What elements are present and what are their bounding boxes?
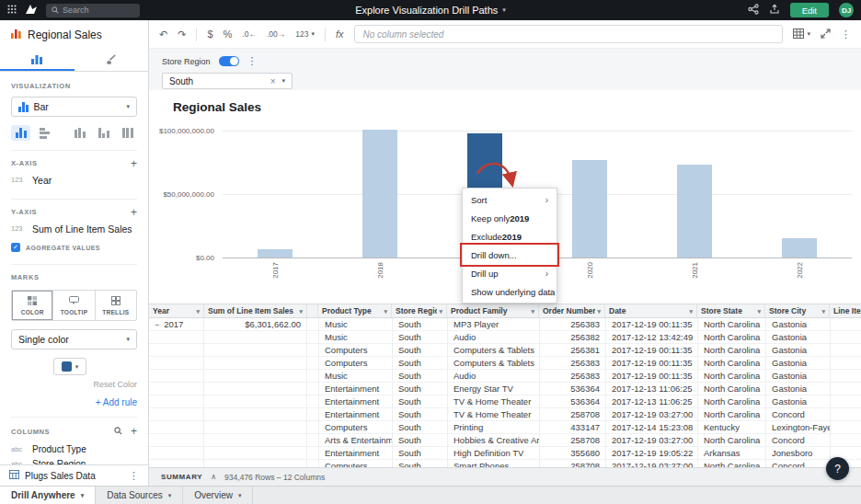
chevron-down-icon[interactable]: ▾ — [757, 305, 761, 317]
search-input[interactable] — [63, 6, 134, 15]
column-header-sum-of-line-item-sales[interactable]: Sum of Line Item Sales▾ — [204, 304, 307, 318]
table-row[interactable]: EntertainmentSouthEnergy Star TV53636420… — [149, 383, 861, 395]
collapse-group-icon[interactable]: − — [155, 320, 159, 329]
chart-bar-2017[interactable] — [258, 249, 293, 258]
aggregate-checkbox[interactable]: ✓ — [11, 243, 20, 252]
add-column-icon[interactable]: + — [131, 428, 137, 435]
column-header-store-region[interactable]: Store Region▾ — [392, 304, 447, 318]
menu-item-exclude[interactable]: Exclude 2019 — [463, 227, 557, 246]
filter-menu-icon[interactable]: ⋮ — [247, 55, 258, 67]
columns-search-icon[interactable] — [114, 426, 122, 437]
tab-color[interactable]: COLOR — [12, 291, 53, 320]
chevron-down-icon[interactable]: ▾ — [384, 305, 387, 317]
undo-icon[interactable]: ↶ — [159, 29, 167, 40]
column-header-product-family[interactable]: Product Family▾ — [447, 304, 539, 318]
document-title[interactable]: Explore Visualization Drill Paths ▾ — [355, 5, 506, 16]
table-row[interactable]: Arts & EntertainmentSouthHobbies & Creat… — [149, 434, 861, 447]
chart-bar-2022[interactable] — [782, 238, 817, 258]
tab-tooltip[interactable]: TOOLTIP — [53, 291, 95, 320]
tab-overview[interactable]: Overview ▾ — [183, 487, 253, 504]
color-mode-select[interactable]: Single color ▾ — [11, 329, 137, 349]
table-row[interactable]: −2017$6,301,662.00MusicSouthMP3 Player25… — [149, 318, 861, 331]
tab-data-sources[interactable]: Data Sources ▾ — [96, 487, 183, 504]
chevron-down-icon[interactable]: ▾ — [821, 305, 825, 317]
avatar[interactable]: DJ — [839, 3, 854, 17]
chart-bar-2021[interactable] — [677, 165, 712, 258]
spacer-header — [307, 304, 318, 318]
column-header-date[interactable]: Date▾ — [605, 304, 697, 318]
chevron-down-icon[interactable]: ▾ — [196, 305, 200, 317]
toolbar-menu-icon[interactable]: ⋮ — [841, 29, 851, 40]
table-row[interactable]: ComputersSouthPrinting4331472017-12-14 1… — [149, 421, 861, 434]
share-icon[interactable] — [748, 4, 759, 17]
tab-trellis[interactable]: TRELLIS — [96, 291, 136, 320]
table-row[interactable]: EntertainmentSouthTV & Home Theater53636… — [149, 395, 861, 408]
decrease-decimal-icon[interactable]: .0← — [242, 29, 257, 39]
reset-color-button[interactable]: Reset Color — [11, 380, 137, 389]
column-header-year[interactable]: Year▾ — [149, 304, 204, 318]
table-row[interactable]: ComputersSouthComputers & Tablets2563832… — [149, 357, 861, 370]
filter-toggle[interactable] — [219, 56, 239, 66]
vertical-bar-icon[interactable] — [11, 125, 30, 141]
table-row[interactable]: MusicSouthAudio2563822017-12-12 13:42:49… — [149, 331, 861, 344]
global-search[interactable] — [46, 4, 140, 17]
menu-item-keep-only[interactable]: Keep only 2019 — [463, 209, 557, 227]
tab-format[interactable] — [75, 49, 149, 71]
menu-item-sort[interactable]: Sort› — [463, 190, 557, 209]
chevron-down-icon[interactable]: ▾ — [439, 305, 442, 317]
chart-bar-2020[interactable] — [572, 160, 607, 258]
summary-bar[interactable]: SUMMARY ∧ 934,476 Rows – 12 Columns — [149, 467, 861, 486]
table-row[interactable]: EntertainmentSouthTV & Home Theater25870… — [149, 408, 861, 421]
redo-icon[interactable]: ↷ — [178, 29, 186, 40]
menu-item-drill-up[interactable]: Drill up› — [463, 264, 557, 282]
add-y-field-icon[interactable]: + — [131, 209, 137, 216]
tab-visualization[interactable] — [0, 49, 75, 71]
number-format-select[interactable]: 123 ▾ — [295, 29, 315, 39]
increase-decimal-icon[interactable]: .00→ — [267, 29, 285, 39]
formula-bar[interactable]: No column selected — [354, 25, 784, 43]
chevron-down-icon[interactable]: ▾ — [531, 305, 534, 317]
add-x-field-icon[interactable]: + — [131, 160, 137, 167]
menu-item-drill-down[interactable]: Drill down... — [463, 246, 557, 264]
expand-icon[interactable] — [821, 29, 831, 40]
grid-view-select[interactable]: ▾ — [793, 29, 810, 40]
chevron-down-icon[interactable]: ▾ — [597, 305, 601, 317]
table-row[interactable]: MusicSouthAudio2563832017-12-19 00:11:35… — [149, 370, 861, 383]
source-menu-icon[interactable]: ⋮ — [129, 470, 139, 482]
grouped-bar-icon[interactable] — [94, 125, 113, 141]
y-axis-field[interactable]: 123 Sum of Line Item Sales — [11, 219, 137, 238]
column-header-store-city[interactable]: Store City▾ — [765, 304, 830, 318]
chevron-down-icon[interactable]: ▾ — [299, 305, 303, 317]
logo-icon[interactable] — [25, 4, 38, 17]
chevron-down-icon[interactable]: ▾ — [689, 305, 693, 317]
currency-format-icon[interactable]: $ — [207, 29, 212, 40]
edit-button[interactable]: Edit — [790, 3, 829, 17]
percent-bar-icon[interactable] — [118, 125, 137, 141]
column-header-product-type[interactable]: Product Type▾ — [318, 304, 392, 318]
chart-type-select[interactable]: Bar ▾ — [11, 97, 137, 117]
data-source[interactable]: Plugs Sales Data ⋮ — [0, 464, 148, 486]
clear-filter-icon[interactable]: × — [270, 76, 276, 86]
table-row[interactable]: EntertainmentSouthHigh Definition TV3556… — [149, 447, 861, 460]
table-row[interactable]: ComputersSouthSmart Phones2587082017-12-… — [149, 460, 861, 467]
publish-icon[interactable] — [769, 4, 780, 17]
column-header-store-state[interactable]: Store State▾ — [697, 304, 765, 318]
column-header-line-item[interactable]: Line Item▾ — [830, 304, 861, 318]
stacked-bar-icon[interactable] — [70, 125, 89, 141]
horizontal-bar-icon[interactable] — [37, 123, 52, 143]
menu-item-show-underlying-data[interactable]: Show underlying data — [463, 282, 557, 301]
column-header-order-number[interactable]: Order Number▾ — [539, 304, 605, 318]
help-button[interactable]: ? — [826, 457, 849, 480]
collapse-summary-icon[interactable]: ∧ — [211, 473, 216, 481]
percent-format-icon[interactable]: % — [224, 29, 233, 40]
tab-drill-anywhere[interactable]: Drill Anywhere ▾ — [0, 487, 96, 504]
chart-bar-2018[interactable] — [362, 130, 397, 258]
table-row[interactable]: ComputersSouthComputers & Tablets2563812… — [149, 344, 861, 357]
app-grid-icon[interactable] — [7, 5, 17, 16]
x-axis-field[interactable]: 123 Year — [11, 170, 137, 189]
column-item-product-type[interactable]: abcProduct Type — [11, 441, 137, 456]
color-swatch-picker[interactable]: ▾ — [53, 358, 86, 375]
column-item-store-region[interactable]: abcStore Region — [11, 456, 137, 464]
add-rule-button[interactable]: + Add rule — [11, 397, 137, 407]
filter-value-chip[interactable]: South × ▾ — [162, 73, 293, 89]
